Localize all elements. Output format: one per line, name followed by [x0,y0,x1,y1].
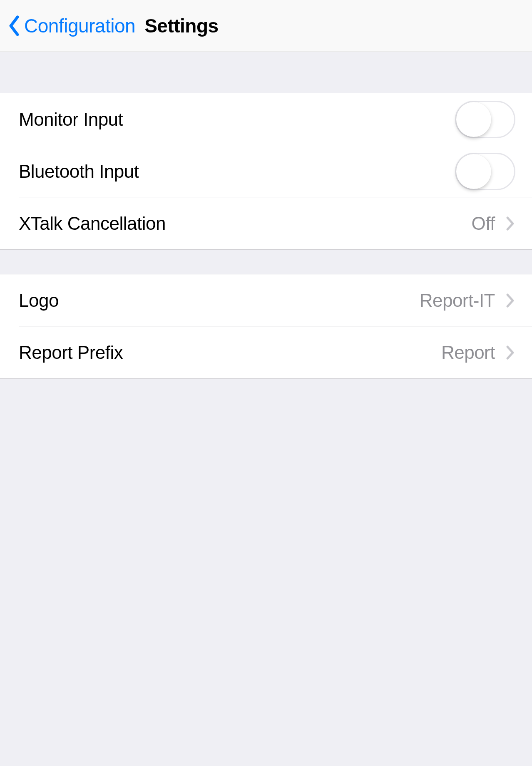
section-spacer [0,250,532,274]
xtalk-label: XTalk Cancellation [19,213,472,234]
chevron-left-icon [8,15,21,36]
logo-row[interactable]: Logo Report-IT [0,274,532,326]
back-label: Configuration [24,15,135,37]
bluetooth-input-toggle[interactable] [455,153,515,190]
settings-group-2: Logo Report-IT Report Prefix Report [0,274,532,379]
chevron-right-icon [505,215,515,232]
back-button[interactable]: Configuration [8,15,135,37]
report-prefix-row[interactable]: Report Prefix Report [0,326,532,378]
chevron-right-icon [505,292,515,309]
report-prefix-label: Report Prefix [19,342,441,363]
section-spacer [0,52,532,93]
bluetooth-input-row: Bluetooth Input [0,145,532,197]
logo-value: Report-IT [420,290,495,311]
page-title: Settings [144,15,218,37]
monitor-input-row: Monitor Input [0,93,532,145]
report-prefix-value: Report [441,342,495,363]
toggle-knob [456,102,491,137]
chevron-right-icon [505,344,515,361]
monitor-input-toggle[interactable] [455,101,515,138]
xtalk-value: Off [472,213,495,234]
bluetooth-input-label: Bluetooth Input [19,161,455,182]
settings-group-1: Monitor Input Bluetooth Input XTalk Canc… [0,93,532,250]
logo-label: Logo [19,290,420,311]
monitor-input-label: Monitor Input [19,109,455,130]
xtalk-cancellation-row[interactable]: XTalk Cancellation Off [0,197,532,249]
toggle-knob [456,154,491,189]
navigation-bar: Configuration Settings [0,0,532,52]
